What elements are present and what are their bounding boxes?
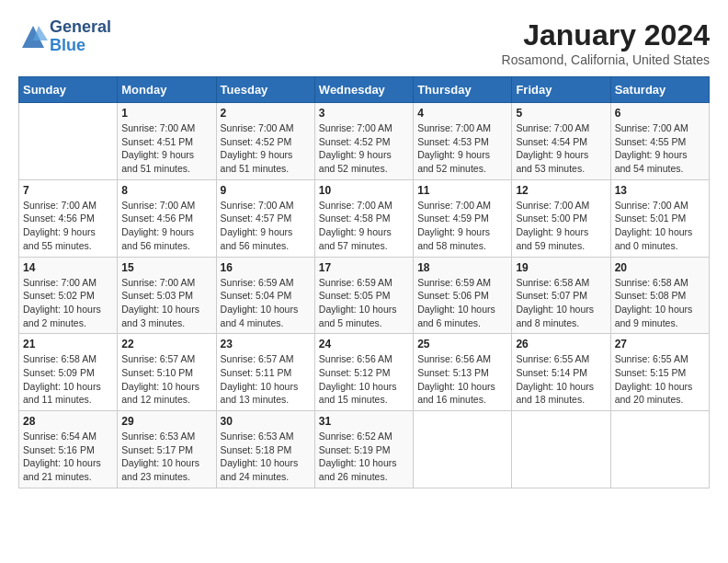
day-cell: 5Sunrise: 7:00 AM Sunset: 4:54 PM Daylig… bbox=[512, 103, 610, 180]
day-cell: 8Sunrise: 7:00 AM Sunset: 4:56 PM Daylig… bbox=[118, 179, 216, 257]
day-number: 3 bbox=[319, 107, 409, 120]
day-number: 31 bbox=[319, 415, 409, 428]
day-cell: 26Sunrise: 6:55 AM Sunset: 5:14 PM Dayli… bbox=[512, 334, 610, 411]
day-info: Sunrise: 7:00 AM Sunset: 5:02 PM Dayligh… bbox=[23, 276, 113, 330]
calendar-table: SundayMondayTuesdayWednesdayThursdayFrid… bbox=[18, 76, 710, 488]
header-day-tuesday: Tuesday bbox=[216, 77, 314, 103]
day-number: 17 bbox=[319, 261, 409, 274]
day-cell: 11Sunrise: 7:00 AM Sunset: 4:59 PM Dayli… bbox=[414, 179, 512, 257]
day-info: Sunrise: 7:00 AM Sunset: 4:54 PM Dayligh… bbox=[516, 121, 606, 176]
day-info: Sunrise: 6:56 AM Sunset: 5:13 PM Dayligh… bbox=[417, 352, 507, 407]
day-number: 13 bbox=[615, 184, 705, 197]
logo-icon bbox=[18, 22, 48, 52]
month-title: January 2024 bbox=[502, 18, 710, 52]
day-number: 21 bbox=[23, 338, 113, 350]
day-cell: 15Sunrise: 7:00 AM Sunset: 5:03 PM Dayli… bbox=[118, 257, 216, 334]
day-cell: 30Sunrise: 6:53 AM Sunset: 5:18 PM Dayli… bbox=[216, 411, 314, 488]
day-number: 18 bbox=[417, 261, 507, 274]
day-cell bbox=[19, 103, 118, 180]
day-number: 25 bbox=[417, 338, 507, 350]
day-info: Sunrise: 6:57 AM Sunset: 5:10 PM Dayligh… bbox=[121, 352, 211, 407]
day-info: Sunrise: 7:00 AM Sunset: 4:56 PM Dayligh… bbox=[121, 199, 211, 253]
day-cell: 27Sunrise: 6:55 AM Sunset: 5:15 PM Dayli… bbox=[610, 334, 709, 411]
header-day-sunday: Sunday bbox=[19, 77, 118, 103]
title-block: January 2024 Rosamond, California, Unite… bbox=[502, 18, 710, 67]
day-cell bbox=[610, 411, 709, 488]
day-info: Sunrise: 7:00 AM Sunset: 4:58 PM Dayligh… bbox=[319, 199, 409, 253]
day-number: 9 bbox=[221, 184, 311, 197]
day-info: Sunrise: 7:00 AM Sunset: 5:03 PM Dayligh… bbox=[121, 276, 211, 330]
day-number: 2 bbox=[221, 107, 311, 120]
day-number: 19 bbox=[516, 261, 606, 274]
day-info: Sunrise: 6:57 AM Sunset: 5:11 PM Dayligh… bbox=[221, 352, 311, 407]
day-info: Sunrise: 7:00 AM Sunset: 4:59 PM Dayligh… bbox=[417, 199, 507, 253]
day-number: 5 bbox=[516, 107, 606, 120]
day-number: 1 bbox=[121, 107, 211, 120]
day-number: 14 bbox=[23, 261, 113, 274]
week-row-4: 21Sunrise: 6:58 AM Sunset: 5:09 PM Dayli… bbox=[19, 334, 710, 411]
day-cell: 23Sunrise: 6:57 AM Sunset: 5:11 PM Dayli… bbox=[216, 334, 314, 411]
day-cell: 20Sunrise: 6:58 AM Sunset: 5:08 PM Dayli… bbox=[610, 257, 709, 334]
day-number: 6 bbox=[615, 107, 705, 120]
logo: General Blue bbox=[18, 18, 111, 55]
day-number: 8 bbox=[121, 184, 211, 197]
day-number: 12 bbox=[516, 184, 606, 197]
day-cell: 31Sunrise: 6:52 AM Sunset: 5:19 PM Dayli… bbox=[314, 411, 413, 488]
header-day-thursday: Thursday bbox=[414, 77, 512, 103]
day-cell: 18Sunrise: 6:59 AM Sunset: 5:06 PM Dayli… bbox=[414, 257, 512, 334]
day-number: 27 bbox=[615, 338, 705, 350]
day-number: 26 bbox=[516, 338, 606, 350]
day-info: Sunrise: 6:59 AM Sunset: 5:05 PM Dayligh… bbox=[319, 276, 409, 330]
location: Rosamond, California, United States bbox=[502, 52, 710, 67]
day-cell: 17Sunrise: 6:59 AM Sunset: 5:05 PM Dayli… bbox=[314, 257, 413, 334]
day-number: 23 bbox=[221, 338, 311, 350]
day-number: 30 bbox=[221, 415, 311, 428]
header-day-saturday: Saturday bbox=[610, 77, 709, 103]
day-info: Sunrise: 7:00 AM Sunset: 5:00 PM Dayligh… bbox=[516, 199, 606, 253]
day-info: Sunrise: 6:58 AM Sunset: 5:07 PM Dayligh… bbox=[516, 276, 606, 330]
day-info: Sunrise: 7:00 AM Sunset: 4:53 PM Dayligh… bbox=[417, 121, 507, 176]
header-day-monday: Monday bbox=[118, 77, 216, 103]
day-number: 4 bbox=[417, 107, 507, 120]
day-number: 22 bbox=[121, 338, 211, 350]
day-cell: 1Sunrise: 7:00 AM Sunset: 4:51 PM Daylig… bbox=[118, 103, 216, 180]
header-day-wednesday: Wednesday bbox=[314, 77, 413, 103]
day-cell: 7Sunrise: 7:00 AM Sunset: 4:56 PM Daylig… bbox=[19, 179, 118, 257]
day-cell: 19Sunrise: 6:58 AM Sunset: 5:07 PM Dayli… bbox=[512, 257, 610, 334]
day-cell: 9Sunrise: 7:00 AM Sunset: 4:57 PM Daylig… bbox=[216, 179, 314, 257]
day-cell bbox=[414, 411, 512, 488]
day-info: Sunrise: 7:00 AM Sunset: 4:51 PM Dayligh… bbox=[121, 121, 211, 176]
day-info: Sunrise: 6:58 AM Sunset: 5:09 PM Dayligh… bbox=[23, 352, 113, 407]
header-day-friday: Friday bbox=[512, 77, 610, 103]
day-cell: 14Sunrise: 7:00 AM Sunset: 5:02 PM Dayli… bbox=[19, 257, 118, 334]
day-cell: 29Sunrise: 6:53 AM Sunset: 5:17 PM Dayli… bbox=[118, 411, 216, 488]
week-row-2: 7Sunrise: 7:00 AM Sunset: 4:56 PM Daylig… bbox=[19, 179, 710, 257]
week-row-3: 14Sunrise: 7:00 AM Sunset: 5:02 PM Dayli… bbox=[19, 257, 710, 334]
day-info: Sunrise: 6:56 AM Sunset: 5:12 PM Dayligh… bbox=[319, 352, 409, 407]
day-info: Sunrise: 7:00 AM Sunset: 4:52 PM Dayligh… bbox=[221, 121, 311, 176]
week-row-5: 28Sunrise: 6:54 AM Sunset: 5:16 PM Dayli… bbox=[19, 411, 710, 488]
day-number: 7 bbox=[23, 184, 113, 197]
day-info: Sunrise: 6:58 AM Sunset: 5:08 PM Dayligh… bbox=[615, 276, 705, 330]
day-number: 16 bbox=[221, 261, 311, 274]
header-row: SundayMondayTuesdayWednesdayThursdayFrid… bbox=[19, 77, 710, 103]
day-cell bbox=[512, 411, 610, 488]
logo-text: General Blue bbox=[50, 18, 111, 55]
day-cell: 2Sunrise: 7:00 AM Sunset: 4:52 PM Daylig… bbox=[216, 103, 314, 180]
day-number: 11 bbox=[417, 184, 507, 197]
day-info: Sunrise: 6:55 AM Sunset: 5:15 PM Dayligh… bbox=[615, 352, 705, 407]
day-cell: 10Sunrise: 7:00 AM Sunset: 4:58 PM Dayli… bbox=[314, 179, 413, 257]
day-cell: 12Sunrise: 7:00 AM Sunset: 5:00 PM Dayli… bbox=[512, 179, 610, 257]
day-info: Sunrise: 6:59 AM Sunset: 5:04 PM Dayligh… bbox=[221, 276, 311, 330]
day-info: Sunrise: 6:52 AM Sunset: 5:19 PM Dayligh… bbox=[319, 430, 409, 484]
day-number: 20 bbox=[615, 261, 705, 274]
day-cell: 24Sunrise: 6:56 AM Sunset: 5:12 PM Dayli… bbox=[314, 334, 413, 411]
day-info: Sunrise: 7:00 AM Sunset: 4:52 PM Dayligh… bbox=[319, 121, 409, 176]
day-number: 15 bbox=[121, 261, 211, 274]
day-cell: 6Sunrise: 7:00 AM Sunset: 4:55 PM Daylig… bbox=[610, 103, 709, 180]
day-info: Sunrise: 7:00 AM Sunset: 4:55 PM Dayligh… bbox=[615, 121, 705, 176]
day-info: Sunrise: 7:00 AM Sunset: 5:01 PM Dayligh… bbox=[615, 199, 705, 253]
day-info: Sunrise: 6:53 AM Sunset: 5:17 PM Dayligh… bbox=[121, 430, 211, 484]
day-info: Sunrise: 6:55 AM Sunset: 5:14 PM Dayligh… bbox=[516, 352, 606, 407]
day-cell: 4Sunrise: 7:00 AM Sunset: 4:53 PM Daylig… bbox=[414, 103, 512, 180]
